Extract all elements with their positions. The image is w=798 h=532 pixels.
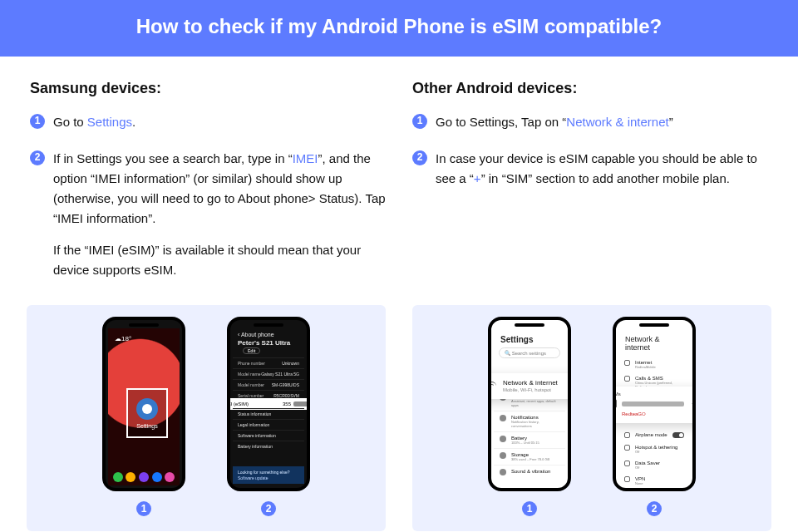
gear-icon [136,398,158,420]
value: SM-G998U/DS [272,382,299,387]
samsung-heading: Samsung devices: [30,80,386,97]
imei-label: IMEI (eSIM) [227,401,249,406]
phone-mock-about-phone: ‹ About phone Peter's S21 UltraEdit Phon… [227,317,310,491]
phone-mock-settings: Settings 🔍 Search settings AppsAssistant… [488,317,571,491]
list-item: Hotspot & tetheringOff [618,441,690,457]
wifi-icon [488,382,496,390]
toggle-icon [672,432,684,438]
list-item: Battery information [238,444,273,449]
other-step-2: In case your device is eSIM capable you … [412,149,768,189]
samsung-steps: Go to Settings. If in Settings you see a… [30,112,386,280]
weather-widget: ☁18° [115,335,131,342]
other-column: Other Android devices: Go to Settings, T… [412,80,768,297]
network-internet-popout: Network & internet Mobile, Wi-Fi, hotspo… [488,373,571,399]
settings-link[interactable]: Settings [87,115,132,129]
images-row: ☁18° Settings 1 ‹ About phone Peter's S2… [0,305,798,531]
samsung-step-2: If in Settings you see a search bar, typ… [30,149,386,280]
phone-dock [111,472,176,482]
sims-label: SIMs [613,392,696,397]
sim-carrier: RedteaGO [622,411,696,416]
samsung-shot-1: ☁18° Settings 1 [102,317,185,516]
list-item: NotificationsNotification history, conve… [494,411,565,431]
list-item: Status information [238,411,271,416]
list-item: InternetRedteaMobile [618,357,690,372]
value: Galaxy S21 Ultra 5G [261,372,299,377]
value: Unknown [282,361,299,366]
settings-app-label: Settings [136,423,157,429]
list-item: Legal information [238,422,269,427]
other-steps: Go to Settings, Tap on “Network & intern… [412,112,768,189]
page-title: How to check if my Android Phone is eSIM… [136,15,663,37]
device-name: Peter's S21 Ultra [238,339,290,347]
imei-link[interactable]: IMEI [293,151,318,165]
redacted-icon [293,401,310,406]
samsung-shot-2: ‹ About phone Peter's S21 UltraEdit Phon… [227,317,310,516]
text: If the “IMEI (eSIM)” is available it sho… [53,240,386,280]
label: Model number [238,382,264,387]
sims-popout: SIMs + RedteaGO [613,387,696,423]
list-item: Private DNS [618,489,690,491]
text: Go to [53,115,87,129]
popout-title: Network & internet [503,380,558,387]
redacted-icon [622,401,684,406]
shot-number-icon: 1 [522,501,537,516]
other-panel: Settings 🔍 Search settings AppsAssistant… [412,305,771,531]
text: . [132,115,135,129]
network-internet-title: Network & internet [618,328,690,357]
shot-number-icon: 2 [261,501,276,516]
settings-title: Settings [494,328,565,347]
list-item: Battery100% – Until 05:15 [494,431,565,448]
list-item: Data SaverOff [618,457,690,473]
sim-icon [613,399,617,408]
samsung-step-1: Go to Settings. [30,112,386,132]
list-item: Software information [238,433,276,438]
list-item: Storage38% used – Free 78.6 GB [494,448,565,465]
samsung-panel: ☁18° Settings 1 ‹ About phone Peter's S2… [27,305,386,531]
label: Phone number [238,361,265,366]
other-shot-2: Network & internet InternetRedteaMobile … [613,317,696,516]
popout-subtitle: Mobile, Wi-Fi, hotspot [503,387,558,392]
phone-mock-samsung-home: ☁18° Settings [102,317,185,491]
content: Samsung devices: Go to Settings. If in S… [0,57,798,297]
shot-number-icon: 1 [136,501,151,516]
footer-card: Looking for something else?Software upda… [233,466,304,484]
list-item: Sound & vibration [494,465,565,479]
other-step-1: Go to Settings, Tap on “Network & intern… [412,112,768,132]
shot-number-icon: 2 [647,501,662,516]
text: Go to Settings, Tap on “ [436,115,566,129]
page-banner: How to check if my Android Phone is eSIM… [0,0,798,57]
phone-mock-network-internet: Network & internet InternetRedteaMobile … [613,317,696,491]
about-phone-header: ‹ About phone [233,328,304,339]
text: If in Settings you see a search bar, typ… [53,151,293,165]
settings-app-highlight: Settings [126,388,168,438]
search-settings-field: 🔍 Search settings [499,347,560,358]
plus-icon: + [689,399,696,408]
other-shot-1: Settings 🔍 Search settings AppsAssistant… [488,317,571,516]
text: ” in “SIM” section to add another mobile… [481,171,730,185]
imei-prefix: 355 [283,401,291,406]
label: Model name [238,372,261,377]
samsung-column: Samsung devices: Go to Settings. If in S… [30,80,386,297]
other-heading: Other Android devices: [412,80,768,97]
list-item: VPNNone [618,473,690,489]
list-item: Airplane mode [618,429,690,441]
text: ” [669,115,673,129]
edit-button: Edit [243,347,260,354]
plus-link[interactable]: + [474,171,481,185]
network-internet-link[interactable]: Network & internet [566,115,668,129]
